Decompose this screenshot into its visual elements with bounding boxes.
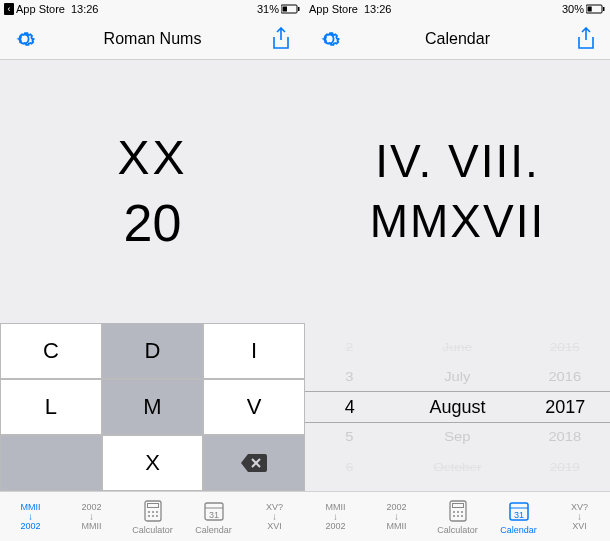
key-m[interactable]: M — [102, 379, 204, 435]
svg-point-19 — [453, 511, 455, 513]
page-title: Roman Nums — [38, 30, 267, 48]
svg-point-23 — [457, 515, 459, 517]
picker-day[interactable]: 2 3 4 5 6 — [305, 323, 395, 491]
tab-bar: MMII↓2002 2002↓MMII Calculator 31 Calend… — [0, 491, 305, 541]
tab-roman-to-arabic[interactable]: MMII↓2002 — [305, 492, 366, 541]
tab-roman-to-arabic[interactable]: MMII↓2002 — [0, 492, 61, 541]
settings-button[interactable] — [10, 28, 38, 50]
svg-text:31: 31 — [513, 510, 523, 520]
tab-calendar[interactable]: 31 Calendar — [183, 492, 244, 541]
status-app[interactable]: App Store — [309, 3, 358, 15]
tab-quiz[interactable]: XV?↓XVI — [244, 492, 305, 541]
status-app[interactable]: App Store — [16, 3, 65, 15]
backspace-icon — [241, 454, 267, 472]
roman-output: XX — [117, 130, 187, 185]
svg-point-20 — [457, 511, 459, 513]
share-icon — [576, 27, 596, 51]
key-c[interactable]: C — [0, 323, 102, 379]
back-to-app-icon[interactable]: ‹ — [4, 3, 14, 15]
svg-rect-16 — [603, 7, 605, 11]
phone-calendar: App Store 13:26 30% Calendar IV. VIII. M… — [305, 0, 610, 541]
svg-point-7 — [156, 511, 158, 513]
svg-rect-18 — [452, 504, 463, 508]
picker-month-selected: August — [429, 395, 485, 419]
calculator-icon — [143, 498, 163, 524]
status-time: 13:26 — [71, 3, 99, 15]
key-d[interactable]: D — [102, 323, 204, 379]
tab-arabic-to-roman[interactable]: 2002↓MMII — [61, 492, 122, 541]
key-i[interactable]: I — [203, 323, 305, 379]
battery-percent: 30% — [562, 3, 584, 15]
calendar-icon: 31 — [203, 498, 225, 524]
picker-year-selected: 2017 — [545, 395, 585, 419]
svg-point-22 — [453, 515, 455, 517]
calculator-icon — [448, 498, 468, 524]
date-picker[interactable]: 2 3 4 5 6 June July August Sep October 2… — [305, 323, 610, 491]
svg-point-8 — [148, 515, 150, 517]
arabic-output: 20 — [124, 193, 182, 253]
picker-month[interactable]: June July August Sep October — [395, 323, 521, 491]
svg-rect-1 — [283, 7, 288, 12]
svg-rect-15 — [588, 7, 592, 12]
status-time: 13:26 — [364, 3, 392, 15]
svg-point-24 — [461, 515, 463, 517]
conversion-display: XX 20 — [0, 60, 305, 323]
battery-icon — [281, 4, 301, 14]
tab-bar: MMII↓2002 2002↓MMII Calculator 31 Calend… — [305, 491, 610, 541]
tab-calculator[interactable]: Calculator — [427, 492, 488, 541]
nav-bar: Calendar — [305, 18, 610, 60]
share-button[interactable] — [572, 27, 600, 51]
tab-arabic-to-roman[interactable]: 2002↓MMII — [366, 492, 427, 541]
battery-percent: 31% — [257, 3, 279, 15]
nav-bar: Roman Nums — [0, 18, 305, 60]
key-l[interactable]: L — [0, 379, 102, 435]
page-title: Calendar — [343, 30, 572, 48]
key-v[interactable]: V — [203, 379, 305, 435]
svg-point-9 — [152, 515, 154, 517]
roman-date-output: IV. VIII. MMXVII — [305, 132, 610, 252]
status-bar: ‹ App Store 13:26 31% — [0, 0, 305, 18]
svg-point-5 — [148, 511, 150, 513]
svg-point-21 — [461, 511, 463, 513]
key-empty — [0, 435, 102, 491]
tab-quiz[interactable]: XV?↓XVI — [549, 492, 610, 541]
gear-icon — [318, 28, 340, 50]
settings-button[interactable] — [315, 28, 343, 50]
svg-point-10 — [156, 515, 158, 517]
svg-rect-4 — [147, 504, 158, 508]
share-icon — [271, 27, 291, 51]
date-display: IV. VIII. MMXVII — [305, 60, 610, 323]
gear-icon — [13, 28, 35, 50]
svg-point-6 — [152, 511, 154, 513]
roman-keyboard: C D I L M V X — [0, 323, 305, 491]
picker-day-selected: 4 — [345, 395, 355, 419]
tab-label: Calendar — [195, 525, 232, 535]
status-bar: App Store 13:26 30% — [305, 0, 610, 18]
key-x[interactable]: X — [102, 435, 204, 491]
phone-roman-nums: ‹ App Store 13:26 31% Roman Nums XX 20 C — [0, 0, 305, 541]
picker-year[interactable]: 2015 2016 2017 2018 2019 — [520, 323, 610, 491]
svg-text:31: 31 — [208, 510, 218, 520]
tab-label: Calendar — [500, 525, 537, 535]
key-backspace[interactable] — [203, 435, 305, 491]
svg-rect-2 — [298, 7, 300, 11]
tab-calculator[interactable]: Calculator — [122, 492, 183, 541]
tab-label: Calculator — [437, 525, 478, 535]
tab-calendar[interactable]: 31 Calendar — [488, 492, 549, 541]
tab-label: Calculator — [132, 525, 173, 535]
share-button[interactable] — [267, 27, 295, 51]
calendar-icon: 31 — [508, 498, 530, 524]
battery-icon — [586, 4, 606, 14]
